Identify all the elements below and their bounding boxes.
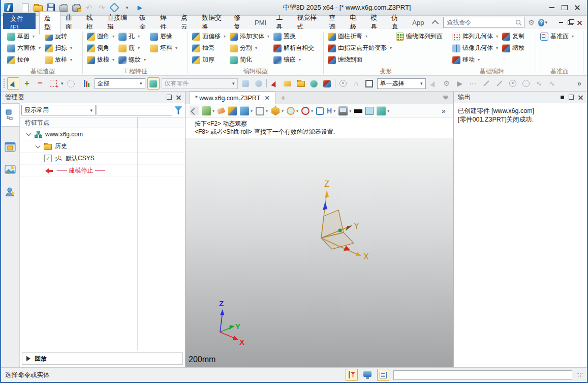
web-library-button[interactable] xyxy=(308,78,320,89)
loft-button[interactable]: 放样 xyxy=(43,54,74,66)
orient-compass-button[interactable] xyxy=(337,78,349,89)
shell-button[interactable]: 抽壳 xyxy=(190,42,228,54)
output-log[interactable]: 已创建零件 [www.x6g.com] [零件001.Z3PRT]关闭成功. xyxy=(454,103,587,128)
sweep-button[interactable]: 扫掠 xyxy=(43,42,74,54)
curve-tool-button[interactable]: ∩ xyxy=(351,78,362,89)
filter-combo[interactable]: 全部 xyxy=(95,78,145,89)
rotate-dropdown-icon[interactable]: ▾ xyxy=(311,109,313,113)
assembly-tool-button[interactable] xyxy=(322,78,333,89)
polygon-display-icon[interactable] xyxy=(271,106,280,115)
doc-close-button[interactable] xyxy=(577,20,582,25)
tree-filter-combo[interactable]: 显示常用 xyxy=(21,105,96,115)
output-float-icon[interactable] xyxy=(569,95,574,100)
filter-button[interactable] xyxy=(81,78,92,89)
document-tab[interactable]: * www.x6g.com.Z3PRT ✕ xyxy=(190,92,275,104)
wrap-to-face-button[interactable]: 缠绕到面 xyxy=(326,54,394,66)
box-button[interactable]: 六面体 xyxy=(5,42,43,54)
command-search-box[interactable] xyxy=(443,17,524,28)
thread-button[interactable]: 螺纹 xyxy=(116,54,148,66)
collapse-chevron-icon[interactable] xyxy=(36,143,41,148)
cylindrical-bend-button[interactable]: 圆柱折弯 xyxy=(326,31,394,42)
help-icon[interactable]: ? xyxy=(538,19,545,26)
rotate-view-icon[interactable] xyxy=(301,107,310,115)
stock-button[interactable]: 坯料 xyxy=(148,42,179,54)
constraint-folder-button[interactable] xyxy=(295,78,306,89)
remove-selection-button[interactable]: − xyxy=(35,78,46,89)
ribbon-tab-shape[interactable]: 造型 xyxy=(39,11,60,35)
thicken-button[interactable]: 加厚 xyxy=(190,54,228,66)
toolbar-overflow-icon[interactable] xyxy=(574,78,585,89)
pattern-geometry-button[interactable]: 阵列几何体 xyxy=(450,31,500,42)
replay-expand-icon[interactable] xyxy=(26,356,30,361)
pick-tool-button[interactable] xyxy=(7,77,19,90)
eraser-icon[interactable] xyxy=(217,107,226,114)
zoom-dropdown-icon[interactable]: ▾ xyxy=(296,109,298,113)
divide-button[interactable]: 分割 xyxy=(228,42,271,54)
role-manager-tab[interactable] xyxy=(2,181,19,203)
collapse-ribbon-icon[interactable] xyxy=(432,20,439,26)
zoom-fit-icon[interactable] xyxy=(316,107,324,115)
replace-button[interactable]: 置换 xyxy=(271,31,316,42)
output-panel-toggle[interactable] xyxy=(377,369,389,381)
hole-button[interactable]: 孔 xyxy=(116,31,148,42)
tree-node-root[interactable]: www.x6g.com xyxy=(20,128,185,140)
move-button[interactable]: 移动 xyxy=(450,54,500,66)
doc-restore-button[interactable] xyxy=(568,20,573,25)
viewtools-overflow-icon[interactable] xyxy=(438,105,449,116)
settings-gear-icon[interactable]: ⚙ xyxy=(528,18,535,26)
doc-minimize-button[interactable] xyxy=(559,22,563,23)
chamfer-button[interactable]: 倒角 xyxy=(85,42,116,54)
layer-dropdown-icon[interactable]: ▾ xyxy=(212,109,214,113)
wrap-pattern-to-face-button[interactable]: 缠绕阵列到面 xyxy=(394,31,445,42)
minimize-button[interactable] xyxy=(549,7,554,8)
draft-button[interactable]: 拔模 xyxy=(85,54,116,66)
display-dropdown-icon[interactable]: ▾ xyxy=(349,109,351,113)
extrude-button[interactable]: 拉伸 xyxy=(5,54,43,66)
rib-button[interactable]: 筋 xyxy=(116,42,148,54)
face-display-button[interactable] xyxy=(364,78,375,89)
tree-node-history[interactable]: 历史 xyxy=(20,140,185,153)
wireframe-dropdown-icon[interactable]: ▾ xyxy=(266,109,268,113)
layer-icon[interactable] xyxy=(202,106,211,115)
datum-plane-button[interactable]: 基准面 xyxy=(538,31,576,42)
pick-last-button[interactable] xyxy=(269,78,280,89)
lip-button[interactable]: 唇缘 xyxy=(148,31,179,42)
copy-button[interactable]: 复制 xyxy=(500,31,527,42)
tree-search-input[interactable] xyxy=(97,105,172,115)
deform-by-point-button[interactable]: 由指定点开始变形 xyxy=(326,42,394,54)
simplify-button[interactable]: 简化 xyxy=(228,54,271,66)
resize-grip[interactable] xyxy=(576,372,583,378)
pick-box-dropdown-icon[interactable]: ▾ xyxy=(61,81,64,86)
manager-float-icon[interactable] xyxy=(167,95,172,100)
print-button[interactable] xyxy=(59,3,68,12)
output-close-icon[interactable] xyxy=(578,95,583,100)
polygon-dropdown-icon[interactable]: ▾ xyxy=(282,109,284,113)
edge-color-swatch[interactable] xyxy=(354,109,362,113)
scale-button[interactable]: 缩放 xyxy=(500,42,527,54)
maximize-button[interactable] xyxy=(562,5,568,10)
selection-mode-combo[interactable]: 单一选择 xyxy=(377,78,426,89)
new-file-button[interactable] xyxy=(21,3,30,12)
face-color-swatch[interactable] xyxy=(365,107,374,115)
visual-manager-tab[interactable] xyxy=(2,158,19,181)
mirror-geometry-button[interactable]: 镜像几何体 xyxy=(450,42,500,54)
tree-node-model-stop[interactable]: ----- 建模停止 ----- xyxy=(20,165,185,177)
funnel-filter-icon[interactable] xyxy=(174,106,182,114)
shape-manager-tab[interactable] xyxy=(2,136,19,158)
display-mode-icon[interactable] xyxy=(338,106,348,115)
csys-checkbox[interactable]: ✓ xyxy=(44,155,52,162)
section-view-icon[interactable]: H xyxy=(327,107,332,115)
face-offset-button[interactable]: 面偏移 xyxy=(190,31,228,42)
add-selection-button[interactable]: + xyxy=(21,78,33,89)
pick-box-button[interactable] xyxy=(48,78,59,89)
toolbar-grip[interactable] xyxy=(3,78,5,89)
lasso-pick-button[interactable] xyxy=(66,78,77,89)
material-icon[interactable] xyxy=(377,106,386,115)
collapse-chevron-icon[interactable] xyxy=(26,131,32,136)
help-dropdown-icon[interactable]: ▾ xyxy=(545,20,547,25)
triad-icon[interactable] xyxy=(228,106,237,115)
app-logo-icon[interactable] xyxy=(4,3,13,12)
tree-node-csys[interactable]: ✓ y z 默认CSYS xyxy=(20,153,185,165)
ribbon-tab-pmi[interactable]: PMI xyxy=(250,17,271,28)
shaded-display-icon[interactable] xyxy=(240,106,249,115)
